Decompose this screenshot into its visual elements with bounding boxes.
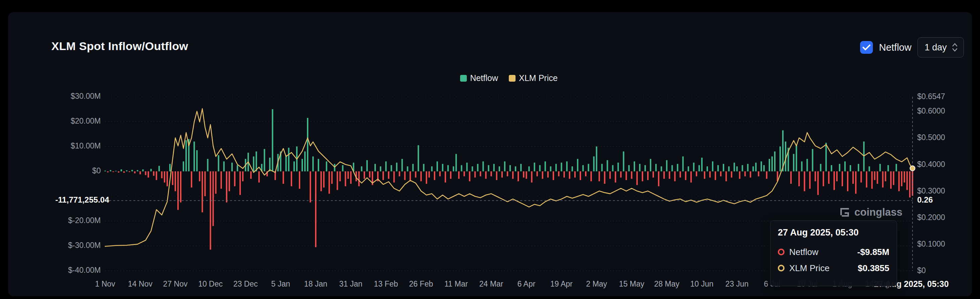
legend-item-xlm-price[interactable]: XLM Price: [509, 73, 557, 83]
netflow-checkbox-label: Netflow: [879, 42, 912, 53]
y-axis-label-right: $0.2000: [917, 213, 945, 222]
legend-label: Netflow: [470, 73, 498, 83]
interval-dropdown[interactable]: 1 day: [918, 37, 964, 57]
netflow-dot-icon: [778, 249, 784, 255]
up-down-chevrons-icon: [951, 41, 958, 53]
tooltip-price-label: XLM Price: [789, 263, 853, 274]
y-axis-label-left: $30.00M: [40, 92, 101, 101]
tooltip-netflow-value: -$9.85M: [858, 247, 889, 257]
y-axis-label-left: $20.00M: [40, 116, 101, 126]
y-axis-label-right: $0.3000: [917, 186, 945, 196]
y-axis-label-right: $0.1000: [917, 240, 945, 249]
y-axis-label-right: $0.4000: [917, 160, 945, 169]
interval-value: 1 day: [924, 42, 947, 53]
tooltip: 27 Aug 2025, 05:30 Netflow -$9.85M XLM P…: [770, 220, 897, 286]
netflow-swatch-icon: [460, 75, 467, 82]
page-title: XLM Spot Inflow/Outflow: [51, 40, 188, 53]
netflow-checkbox[interactable]: [860, 41, 873, 54]
y-axis-label-right: $0.6000: [917, 107, 945, 116]
legend-item-netflow[interactable]: Netflow: [460, 73, 498, 83]
check-icon: [862, 44, 870, 51]
y-axis-label-left: $-40.00M: [40, 266, 101, 275]
y-axis-label-right: $0.5000: [917, 133, 945, 142]
crosshair-netflow-value-label: -11,771,255.04: [47, 195, 109, 205]
y-axis-label-left: $-20.00M: [40, 216, 101, 225]
watermark: coinglass: [839, 206, 902, 218]
legend-label: XLM Price: [519, 73, 557, 83]
xlm-price-swatch-icon: [509, 75, 515, 82]
y-axis-label-right: $0: [917, 266, 926, 275]
tooltip-row-xlm-price: XLM Price $0.3855: [778, 260, 889, 276]
price-cursor-dot: [910, 166, 915, 171]
xlm-price-dot-icon: [778, 265, 784, 272]
header-controls: Netflow 1 day: [860, 37, 964, 58]
y-axis-label-left: $0: [40, 166, 101, 175]
y-axis-label-left: $10.00M: [40, 142, 101, 151]
y-axis-label-right: $0.6547: [917, 92, 945, 101]
watermark-text: coinglass: [854, 206, 902, 218]
y-axis-label-left: $-30.00M: [40, 241, 101, 250]
tooltip-netflow-label: Netflow: [789, 247, 853, 257]
tooltip-date: 27 Aug 2025, 05:30: [778, 227, 889, 238]
chart-panel: XLM Spot Inflow/Outflow Netflow 1 day Ne…: [0, 0, 980, 299]
coinglass-logo-icon: [839, 207, 850, 218]
crosshair-price-value-label: 0.26: [917, 195, 933, 205]
tooltip-price-value: $0.3855: [858, 263, 889, 274]
tooltip-row-netflow: Netflow -$9.85M: [778, 244, 889, 260]
chart-legend: Netflow XLM Price: [105, 73, 913, 83]
